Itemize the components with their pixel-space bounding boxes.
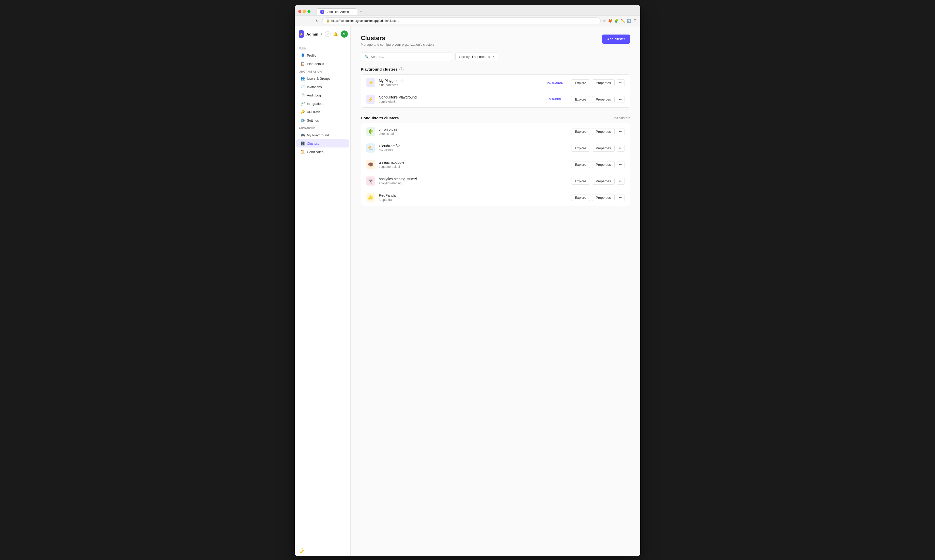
cluster-actions: Explore Properties ••• [571, 145, 625, 152]
cluster-info: RedPanda redpanda [379, 194, 568, 202]
sidebar-item-settings[interactable]: ⚙️ Settings [296, 116, 349, 125]
cluster-actions: Explore Properties ••• [571, 80, 625, 86]
sidebar-item-audit-log[interactable]: 📄 Audit Log [296, 91, 349, 99]
bookmark-icon[interactable]: ☆ [603, 19, 606, 23]
more-button[interactable]: ••• [617, 145, 625, 152]
cluster-emoji: 🌵 [366, 127, 375, 136]
tab-title: Conduktor Admin [326, 10, 349, 14]
section-label-main: MAIN [295, 45, 350, 51]
sidebar-item-profile[interactable]: 👤 Profile [296, 51, 349, 59]
explore-button[interactable]: Explore [571, 96, 590, 103]
explore-button[interactable]: Explore [571, 145, 590, 152]
clusters-icon: 🗄️ [300, 142, 305, 145]
conduktor-section: Conduktor's clusters 20 clusters 🌵 chron… [361, 116, 630, 206]
add-cluster-button[interactable]: Add cluster [602, 34, 630, 44]
properties-button[interactable]: Properties [592, 80, 615, 86]
properties-button[interactable]: Properties [592, 145, 615, 152]
section-title-row: Conduktor's clusters [361, 116, 399, 120]
sidebar-item-invitations[interactable]: ✉️ Invitations [296, 83, 349, 91]
sidebar-item-integrations[interactable]: 🔗 Integrations [296, 100, 349, 108]
address-bar[interactable]: 🔒 https://conduktor.stg.conduktor.app/ad… [322, 17, 601, 24]
cluster-id: redpanda [379, 198, 568, 202]
sidebar-collapse-icon[interactable]: ▾ [321, 32, 322, 36]
avatar[interactable]: S [341, 31, 348, 38]
tab-close-button[interactable]: ✕ [352, 11, 353, 14]
menu-icon[interactable]: ☰ [633, 19, 637, 23]
sort-dropdown[interactable]: Sort by: Last created ▾ [455, 52, 498, 61]
explore-button[interactable]: Explore [571, 178, 590, 185]
extension-icon[interactable]: 🧩 [614, 19, 619, 23]
share-icon[interactable]: ⬆️ [627, 19, 631, 23]
sidebar: ⚡ Admin ▾ ? 🔔 S MAIN 👤 Profile 📋 [295, 26, 350, 556]
properties-button[interactable]: Properties [592, 178, 615, 185]
cluster-row: ⛅ CloudKarafka cloudkafka Explore Proper… [361, 140, 630, 156]
close-button[interactable] [298, 10, 301, 13]
sidebar-item-clusters[interactable]: 🗄️ Clusters [296, 139, 349, 148]
forward-button[interactable]: → [306, 18, 313, 23]
playground-info-icon[interactable]: i [400, 67, 403, 71]
cluster-emoji: 🌟 [366, 193, 375, 202]
properties-button[interactable]: Properties [592, 194, 615, 201]
sort-label: Sort by: [459, 55, 471, 58]
maximize-button[interactable] [307, 10, 310, 13]
cluster-id: chronic-pain [379, 132, 568, 135]
cluster-actions: Explore Properties ••• [571, 178, 625, 185]
my-playground-icon: 🎮 [300, 133, 305, 137]
more-button[interactable]: ••• [617, 80, 625, 86]
explore-button[interactable]: Explore [571, 194, 590, 201]
sidebar-item-label: API Keys [307, 110, 320, 114]
sidebar-item-label: My Playground [307, 133, 329, 137]
cluster-info: Conduktor's Playground purple-giant [379, 95, 538, 103]
more-button[interactable]: ••• [617, 96, 625, 103]
app-layout: ⚡ Admin ▾ ? 🔔 S MAIN 👤 Profile 📋 [295, 26, 640, 556]
sidebar-item-label: Plan details [307, 62, 324, 66]
page-title: Clusters [361, 34, 435, 42]
sidebar-item-users-groups[interactable]: 👥 Users & Groups [296, 74, 349, 83]
toolbar-right: ☆ 🦊 🧩 ✏️ ⬆️ ☰ [603, 19, 637, 23]
sidebar-header-icons: ? 🔔 S [325, 31, 348, 38]
theme-toggle-button[interactable]: 🌙 [299, 548, 304, 552]
explore-button[interactable]: Explore [571, 161, 590, 168]
sidebar-item-label: Profile [307, 54, 316, 57]
refresh-button[interactable]: ↻ [315, 18, 320, 23]
sidebar-item-plan-details[interactable]: 📋 Plan details [296, 60, 349, 68]
back-button[interactable]: ← [298, 18, 304, 23]
users-groups-icon: 👥 [300, 76, 305, 80]
cluster-badge: PERSONAL [542, 81, 568, 85]
active-tab[interactable]: ⚡ Conduktor Admin ✕ [316, 8, 357, 15]
conduktor-section-header: Conduktor's clusters 20 clusters [361, 116, 630, 120]
tab-favicon: ⚡ [320, 10, 324, 14]
minimize-button[interactable] [303, 10, 306, 13]
properties-button[interactable]: Properties [592, 161, 615, 168]
properties-button[interactable]: Properties [592, 96, 615, 103]
sidebar-item-my-playground[interactable]: 🎮 My Playground [296, 131, 349, 139]
cluster-actions: Explore Properties ••• [571, 194, 625, 201]
cluster-emoji: ⚡ [366, 95, 375, 104]
more-button[interactable]: ••• [617, 194, 625, 201]
search-icon: 🔍 [365, 55, 369, 58]
properties-button[interactable]: Properties [592, 128, 615, 135]
pen-icon[interactable]: ✏️ [621, 19, 625, 23]
cluster-name: analytics-staging-strimzi [379, 177, 568, 181]
new-tab-button[interactable]: + [358, 8, 364, 15]
more-button[interactable]: ••• [617, 178, 625, 185]
cluster-name: chronic-pain [379, 128, 568, 131]
search-input[interactable] [371, 55, 449, 58]
logo-icon: ⚡ [299, 32, 304, 37]
explore-button[interactable]: Explore [571, 80, 590, 86]
section-label-advanced: ADVANCED [295, 125, 350, 131]
help-icon[interactable]: ? [325, 31, 330, 37]
explore-button[interactable]: Explore [571, 128, 590, 135]
more-button[interactable]: ••• [617, 128, 625, 135]
notification-icon[interactable]: 🔔 [333, 32, 338, 37]
sidebar-item-api-keys[interactable]: 🔑 API Keys [296, 108, 349, 116]
firefox-icon[interactable]: 🦊 [608, 19, 613, 23]
more-button[interactable]: ••• [617, 161, 625, 168]
cluster-count: 20 clusters [614, 116, 630, 120]
sidebar-footer: 🌙 [295, 545, 350, 556]
sidebar-item-certificates[interactable]: 📜 Certificates [296, 148, 349, 156]
cluster-actions: Explore Properties ••• [571, 161, 625, 168]
url-display: https://conduktor.stg.conduktor.app/admi… [331, 19, 399, 23]
section-label-organisation: ORGANISATION [295, 68, 350, 74]
api-keys-icon: 🔑 [300, 110, 305, 114]
